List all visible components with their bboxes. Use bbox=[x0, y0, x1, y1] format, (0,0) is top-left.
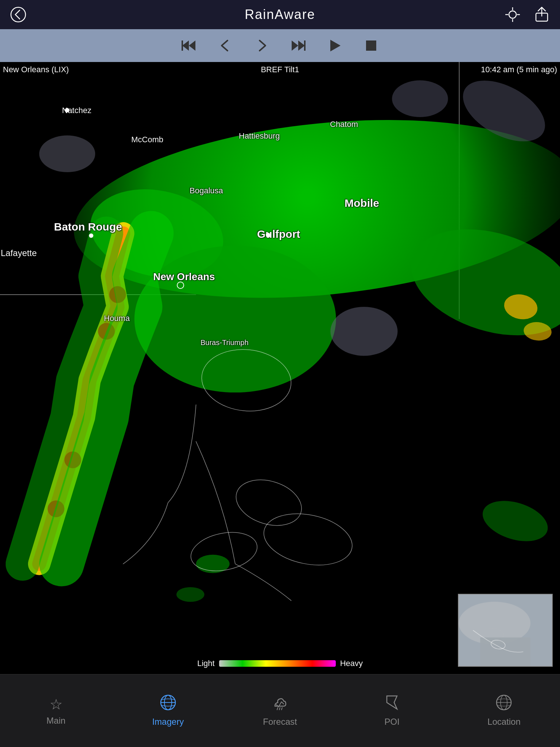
location-icon bbox=[496, 694, 512, 714]
radar-timestamp-label: 10:42 am (5 min ago) bbox=[481, 65, 557, 74]
app-title: RainAware bbox=[245, 7, 315, 22]
svg-rect-9 bbox=[182, 40, 183, 51]
svg-marker-13 bbox=[330, 40, 341, 51]
svg-rect-12 bbox=[304, 40, 306, 51]
share-button[interactable] bbox=[531, 4, 553, 26]
new-orleans-dot bbox=[177, 282, 184, 289]
baton-rouge-dot bbox=[89, 233, 93, 238]
city-mccomb: McComb bbox=[131, 135, 163, 144]
svg-line-19 bbox=[279, 708, 280, 710]
svg-marker-8 bbox=[189, 40, 195, 51]
city-new-orleans: New Orleans bbox=[153, 271, 215, 283]
location-label: Location bbox=[487, 717, 521, 727]
poi-label: POI bbox=[385, 717, 400, 727]
city-hattiesburg: Hattiesburg bbox=[239, 131, 280, 141]
gulfport-dot bbox=[266, 233, 270, 237]
nav-location[interactable]: Location bbox=[448, 694, 560, 727]
radar-legend: Light Heavy bbox=[197, 659, 363, 668]
imagery-icon bbox=[160, 694, 176, 714]
svg-marker-10 bbox=[292, 40, 298, 51]
play-button[interactable] bbox=[324, 35, 346, 57]
city-baton-rouge: Baton Rouge bbox=[54, 221, 122, 233]
legend-light-label: Light bbox=[197, 659, 215, 668]
stop-button[interactable] bbox=[360, 35, 382, 57]
mini-map-canvas bbox=[459, 595, 552, 666]
natchez-dot bbox=[65, 108, 69, 112]
poi-icon bbox=[384, 694, 400, 714]
nav-main[interactable]: ☆ Main bbox=[0, 696, 112, 726]
skip-forward-button[interactable] bbox=[287, 35, 309, 57]
legend-color-bar bbox=[219, 660, 336, 667]
mini-map[interactable] bbox=[458, 594, 553, 667]
svg-point-0 bbox=[11, 7, 26, 22]
city-buras: Buras-Triumph bbox=[201, 338, 249, 347]
svg-point-1 bbox=[509, 11, 516, 18]
radar-map[interactable]: New Orleans (LIX) BREF Tilt1 10:42 am (5… bbox=[0, 62, 560, 674]
svg-line-18 bbox=[277, 708, 278, 710]
radar-canvas bbox=[0, 62, 560, 674]
imagery-label: Imagery bbox=[152, 717, 184, 727]
controls-bar bbox=[0, 29, 560, 62]
nav-forecast[interactable]: Forecast bbox=[224, 694, 336, 727]
back-button[interactable] bbox=[7, 4, 29, 26]
radar-station-label: New Orleans (LIX) bbox=[3, 65, 69, 74]
city-lafayette: Lafayette bbox=[1, 248, 37, 258]
top-bar: RainAware bbox=[0, 0, 560, 29]
svg-rect-14 bbox=[366, 40, 376, 51]
city-chatom: Chatom bbox=[330, 120, 358, 129]
city-houma: Houma bbox=[104, 314, 130, 323]
svg-marker-7 bbox=[182, 40, 189, 51]
bottom-navigation: ☆ Main Imagery Forecast bbox=[0, 674, 560, 747]
forecast-icon bbox=[272, 694, 288, 714]
skip-back-button[interactable] bbox=[178, 35, 200, 57]
forecast-label: Forecast bbox=[263, 717, 297, 727]
city-mobile: Mobile bbox=[345, 197, 379, 209]
main-icon: ☆ bbox=[50, 696, 63, 713]
radar-product-label: BREF Tilt1 bbox=[261, 65, 299, 74]
city-bogalusa: Bogalusa bbox=[190, 186, 223, 196]
main-label: Main bbox=[47, 716, 66, 726]
prev-button[interactable] bbox=[214, 35, 236, 57]
nav-imagery[interactable]: Imagery bbox=[112, 694, 224, 727]
svg-line-20 bbox=[281, 708, 282, 710]
city-gulfport: Gulfport bbox=[257, 228, 300, 240]
next-button[interactable] bbox=[251, 35, 273, 57]
svg-marker-11 bbox=[298, 40, 305, 51]
nav-poi[interactable]: POI bbox=[336, 694, 448, 727]
legend-heavy-label: Heavy bbox=[340, 659, 363, 668]
gps-button[interactable] bbox=[502, 4, 524, 26]
